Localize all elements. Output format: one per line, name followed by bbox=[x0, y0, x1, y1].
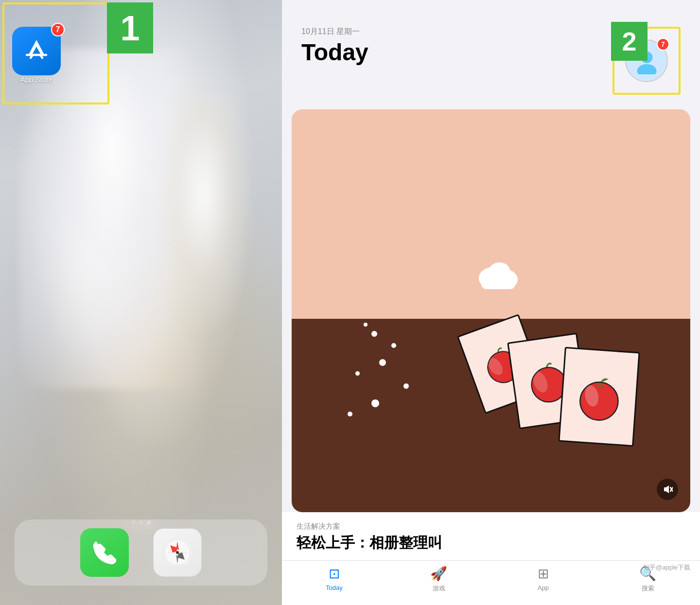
appstore-svg bbox=[22, 36, 51, 66]
today-title: Today bbox=[301, 39, 368, 66]
step-label-1: 1 bbox=[107, 2, 153, 53]
header-left: 10月11日 星期一 Today bbox=[301, 27, 368, 66]
phone-svg bbox=[91, 539, 118, 566]
dot-8 bbox=[348, 412, 352, 416]
puff-group bbox=[479, 262, 523, 292]
step-label-2: 2 bbox=[611, 22, 648, 61]
today-nav-label: Today bbox=[326, 584, 343, 591]
svg-point-8 bbox=[176, 551, 179, 554]
app-store-icon-wrap[interactable]: 7 App Store bbox=[12, 27, 61, 84]
user-avatar-badge: 7 bbox=[657, 38, 669, 51]
safari-icon[interactable] bbox=[153, 528, 202, 577]
today-nav-icon: ⊡ bbox=[329, 566, 340, 582]
smoke-effect bbox=[0, 0, 282, 605]
header-right: 2 7 bbox=[612, 27, 681, 95]
card-title: 轻松上手：相册整理叫 bbox=[297, 533, 685, 553]
app-store-badge: 7 bbox=[51, 23, 65, 36]
phone-icon[interactable] bbox=[80, 528, 129, 577]
apple-svg-3 bbox=[571, 368, 628, 425]
svg-point-17 bbox=[578, 380, 619, 421]
dot-1 bbox=[371, 331, 377, 337]
dot-7 bbox=[371, 399, 379, 407]
dot-3 bbox=[364, 323, 368, 327]
nav-app[interactable]: ⊞ App bbox=[491, 566, 595, 593]
mute-icon bbox=[662, 484, 673, 495]
appstore-header: 10月11日 星期一 Today 2 7 bbox=[282, 0, 700, 104]
dot-6 bbox=[403, 383, 409, 389]
dock bbox=[15, 519, 267, 586]
dot-2 bbox=[391, 343, 396, 348]
card-bg bbox=[292, 109, 690, 512]
nav-games[interactable]: 🚀 游戏 bbox=[386, 566, 491, 593]
mute-button[interactable] bbox=[657, 479, 678, 500]
nav-today[interactable]: ⊡ Today bbox=[282, 566, 386, 593]
app-nav-icon: ⊞ bbox=[538, 566, 549, 582]
search-nav-icon: 🔍 bbox=[639, 566, 656, 582]
photo-card-3 bbox=[558, 347, 640, 447]
games-nav-icon: 🚀 bbox=[430, 566, 447, 582]
appstore-today-screen: 10月11日 星期一 Today 2 7 bbox=[282, 0, 700, 605]
app-store-icon[interactable]: 7 bbox=[12, 27, 61, 75]
app-nav-label: App bbox=[538, 584, 549, 591]
app-store-label: App Store bbox=[12, 75, 61, 84]
svg-point-10 bbox=[637, 64, 656, 74]
card-subtitle: 生活解决方案 bbox=[297, 522, 685, 531]
safari-svg bbox=[160, 536, 194, 570]
search-nav-label: 搜索 bbox=[642, 584, 654, 593]
games-nav-label: 游戏 bbox=[433, 584, 445, 593]
nav-search[interactable]: 🔍 搜索 bbox=[595, 566, 700, 593]
date-display: 10月11日 星期一 bbox=[301, 27, 368, 37]
bottom-nav: ⊡ Today 🚀 游戏 ⊞ App 🔍 搜索 bbox=[282, 560, 700, 605]
today-card[interactable] bbox=[292, 109, 690, 512]
dot-5 bbox=[355, 371, 360, 376]
card-text-area: 生活解决方案 轻松上手：相册整理叫 bbox=[282, 512, 700, 560]
home-screen: 7 App Store 1 bbox=[0, 0, 282, 605]
svg-marker-20 bbox=[664, 485, 669, 493]
